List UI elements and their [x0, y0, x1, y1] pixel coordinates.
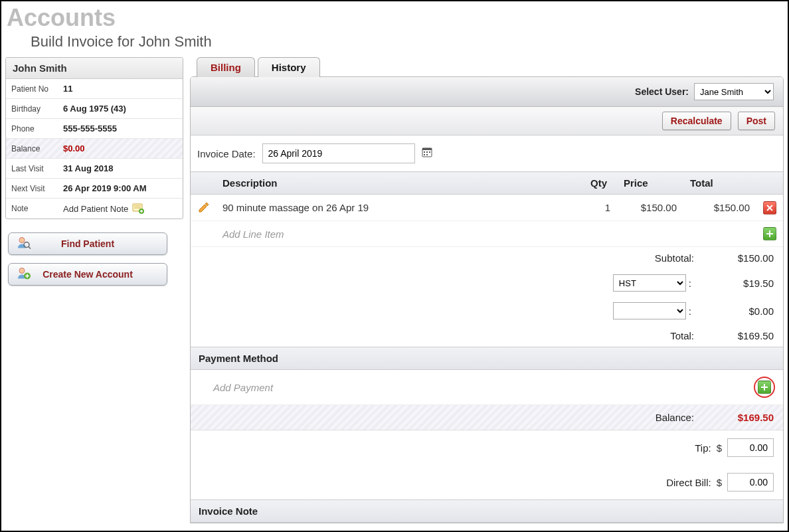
person-search-icon: [17, 236, 31, 252]
select-user-dropdown[interactable]: Jane Smith: [694, 83, 774, 100]
tax1-select[interactable]: HST: [613, 274, 686, 292]
svg-rect-9: [424, 151, 425, 153]
tip-label: Tip:: [625, 442, 711, 454]
invoice-date-label: Invoice Date:: [197, 148, 256, 159]
invoice-date-input[interactable]: [262, 143, 415, 163]
add-patient-note-link[interactable]: Add Patient Note: [63, 204, 128, 214]
patient-balance-value: $0.00: [63, 143, 177, 153]
create-account-label: Create New Account: [43, 269, 133, 280]
balance-due-label: Balance:: [608, 412, 694, 423]
page-title: Accounts: [7, 4, 788, 32]
line-item-row: 90 minute massage on 26 Apr 19 1 $150.00…: [191, 195, 783, 221]
tax1-value: $19.50: [701, 278, 774, 289]
calendar-icon[interactable]: [422, 147, 432, 160]
lastvisit-label: Last Visit: [11, 164, 63, 173]
tab-history[interactable]: History: [258, 57, 320, 77]
svg-point-2: [19, 238, 25, 243]
svg-line-4: [29, 247, 31, 249]
patient-name: John Smith: [6, 58, 183, 79]
tip-currency: $: [717, 442, 722, 454]
patient-card: John Smith Patient No 11 Birthday 6 Aug …: [5, 57, 183, 219]
line-description: 90 minute massage on 26 Apr 19: [216, 195, 584, 221]
highlight-circle: [754, 377, 775, 398]
add-note-icon[interactable]: [132, 203, 144, 214]
page-subtitle: Build Invoice for John Smith: [7, 32, 788, 57]
birthday-label: Birthday: [11, 104, 63, 114]
col-qty: Qty: [584, 172, 617, 195]
balance-due-value: $169.50: [701, 412, 774, 423]
phone-label: Phone: [11, 124, 63, 133]
col-total: Total: [683, 172, 756, 195]
add-payment-placeholder[interactable]: Add Payment: [199, 382, 273, 393]
phone-value: 555-555-5555: [63, 124, 177, 133]
find-patient-label: Find Patient: [61, 238, 114, 249]
invoice-note-header: Invoice Note: [191, 499, 783, 523]
line-total: $150.00: [683, 195, 756, 221]
add-payment-button[interactable]: [758, 381, 771, 394]
delete-line-button[interactable]: [763, 201, 776, 215]
svg-rect-11: [429, 151, 430, 153]
lastvisit-value: 31 Aug 2018: [63, 163, 177, 173]
subtotal-value: $150.00: [701, 252, 774, 264]
create-account-button[interactable]: Create New Account: [8, 263, 167, 286]
svg-rect-13: [426, 154, 428, 155]
directbill-currency: $: [717, 477, 722, 488]
svg-point-5: [19, 268, 25, 274]
tax2-select[interactable]: [613, 302, 686, 319]
tax2-value: $0.00: [701, 306, 774, 317]
directbill-input[interactable]: [727, 473, 774, 491]
svg-rect-10: [426, 151, 428, 153]
select-user-label: Select User:: [635, 86, 689, 97]
add-line-button[interactable]: [763, 227, 776, 240]
nextvisit-value: 26 Apr 2019 9:00 AM: [63, 183, 177, 193]
subtotal-label: Subtotal:: [608, 252, 694, 264]
find-patient-button[interactable]: Find Patient: [8, 232, 167, 255]
col-description: Description: [216, 172, 584, 195]
edit-line-icon[interactable]: [197, 203, 209, 215]
payment-method-header: Payment Method: [191, 347, 783, 370]
add-line-row[interactable]: Add Line Item: [191, 221, 783, 247]
post-button[interactable]: Post: [738, 112, 775, 130]
line-qty: 1: [584, 195, 617, 221]
person-add-icon: [17, 266, 31, 283]
tab-billing[interactable]: Billing: [197, 57, 255, 77]
line-price: $150.00: [617, 195, 683, 221]
tax2-colon: :: [686, 306, 694, 317]
nextvisit-label: Next Visit: [11, 184, 63, 193]
birthday-value: 6 Aug 1975 (43): [63, 104, 177, 114]
col-price: Price: [617, 172, 683, 195]
recalculate-button[interactable]: Recalculate: [662, 112, 731, 130]
patient-no-value: 11: [63, 84, 177, 94]
note-label: Note: [11, 204, 63, 213]
svg-rect-12: [424, 154, 425, 155]
patient-no-label: Patient No: [11, 84, 63, 94]
svg-point-3: [24, 242, 29, 248]
tip-input[interactable]: [727, 438, 774, 457]
total-label: Total:: [608, 330, 694, 341]
add-line-placeholder[interactable]: Add Line Item: [216, 221, 584, 247]
svg-rect-8: [422, 148, 432, 150]
directbill-label: Direct Bill:: [625, 477, 711, 488]
balance-label: Balance: [11, 144, 63, 153]
total-value: $169.50: [701, 330, 774, 341]
tax1-colon: :: [686, 278, 694, 289]
